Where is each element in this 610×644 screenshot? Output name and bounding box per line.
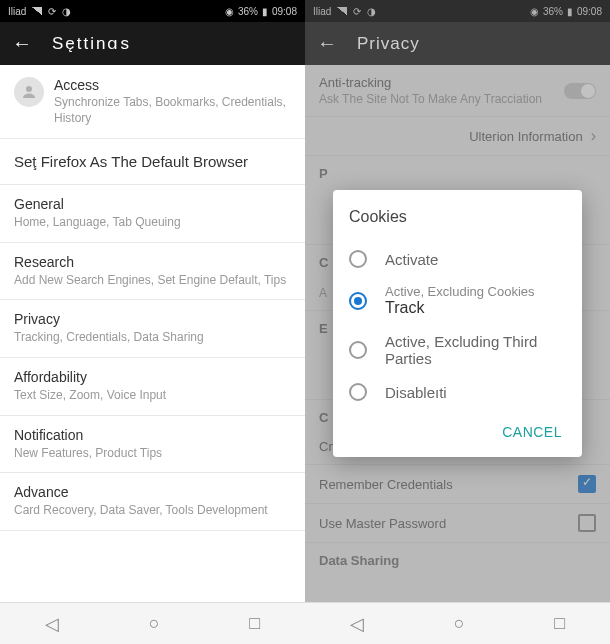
affordability-row[interactable]: Affordability Text Size, Zoom, Voice Inp… [0,358,305,416]
eye-icon: ◉ [225,6,234,17]
svg-point-0 [26,86,32,92]
time-label: 09:08 [272,6,297,17]
rotate-icon: ⟳ [353,6,361,17]
battery-label: 36% [238,6,258,17]
dialog-title: Cookies [349,208,578,226]
default-browser-row[interactable]: Seţ Firefox As The Default Browser [0,139,305,185]
avatar-icon [14,77,44,107]
time-label: 09:08 [577,6,602,17]
settings-list: Access Synchronize Tabs, Bookmarks, Cred… [0,65,305,602]
eye-icon: ◉ [530,6,539,17]
nav-home-icon[interactable]: ○ [454,613,465,634]
research-row[interactable]: Research Add New Search Engines, Set Eng… [0,243,305,301]
advance-row[interactable]: Advance Card Recovery, Data Saver, Tools… [0,473,305,531]
sync-icon: ◑ [62,6,71,17]
access-row[interactable]: Access Synchronize Tabs, Bookmarks, Cred… [0,65,305,139]
nav-bar: ◁ ○ □ [0,602,305,644]
cookies-dialog: Cookies Activate Active, Excluding Cooki… [333,190,582,457]
rotate-icon: ⟳ [48,6,56,17]
carrier-label: Iliad [313,6,331,17]
radio-icon[interactable] [349,341,367,359]
app-title: Privacy [357,34,420,54]
battery-icon: ▮ [567,6,573,17]
general-row[interactable]: General Home, Language, Tab Queuing [0,185,305,243]
access-title: Access [54,77,291,93]
battery-icon: ▮ [262,6,268,17]
carrier-label: Iliad [8,6,26,17]
radio-icon[interactable] [349,383,367,401]
access-sub: Synchronize Tabs, Bookmarks, Credentials… [54,95,291,126]
status-bar: Iliad ⟳ ◑ ◉ 36% ▮ 09:08 [0,0,305,22]
notification-row[interactable]: Notification New Features, Product Tips [0,416,305,474]
nav-bar: ◁ ○ □ [305,602,610,644]
radio-icon[interactable] [349,250,367,268]
app-bar: ← Sęttinɑs [0,22,305,65]
app-bar: ← Privacy [305,22,610,65]
nav-recent-icon[interactable]: □ [554,613,565,634]
signal-icon [337,7,347,15]
sync-icon: ◑ [367,6,376,17]
radio-icon[interactable] [349,292,367,310]
radio-option-active-excl-cookies[interactable]: Active, Excluding Cookies Track [349,276,578,325]
back-arrow-icon[interactable]: ← [317,32,337,55]
nav-recent-icon[interactable]: □ [249,613,260,634]
back-arrow-icon[interactable]: ← [12,32,32,55]
signal-icon [32,7,42,15]
privacy-row[interactable]: Privacy Tracking, Credentials, Data Shar… [0,300,305,358]
nav-home-icon[interactable]: ○ [149,613,160,634]
radio-option-active-excl-third[interactable]: Active, Excluding Third Parties [349,325,578,375]
status-bar: Iliad ⟳ ◑ ◉ 36% ▮ 09:08 [305,0,610,22]
radio-option-disable[interactable]: Disableıti [349,375,578,409]
app-title: Sęttinɑs [52,33,131,54]
nav-back-icon[interactable]: ◁ [350,613,364,635]
cancel-button[interactable]: CANCEL [502,424,562,440]
battery-label: 36% [543,6,563,17]
nav-back-icon[interactable]: ◁ [45,613,59,635]
radio-option-activate[interactable]: Activate [349,242,578,276]
